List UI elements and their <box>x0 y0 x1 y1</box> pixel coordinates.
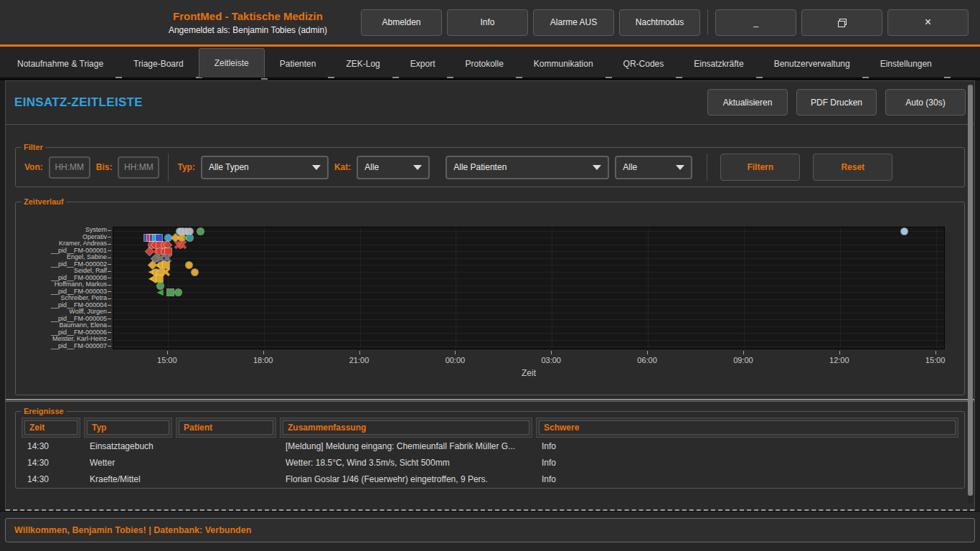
status-bar: Willkommen, Benjamin Tobies! | Datenbank… <box>0 511 980 551</box>
event-row[interactable]: 14:30Kraefte/MittelFlorian Goslar 1/46 (… <box>22 471 958 487</box>
filter-separator <box>168 154 169 181</box>
x-axis-tick-label: 21:00 <box>349 356 369 364</box>
chevron-down-icon <box>676 165 684 170</box>
y-axis-tick <box>108 298 111 299</box>
event-cell-typ: Kraefte/Mittel <box>84 474 172 484</box>
severity-select[interactable]: Alle <box>615 156 692 179</box>
gridline-horizontal <box>113 258 944 259</box>
category-label: Kat: <box>334 162 351 172</box>
splitter-line <box>6 399 974 400</box>
y-axis-label: Hoffmann, Markus <box>22 281 107 288</box>
column-header-patient[interactable]: Patient <box>176 418 276 438</box>
tab-qr-codes[interactable]: QR-Codes <box>608 52 679 76</box>
tab-export[interactable]: Export <box>395 52 451 76</box>
main-panel: EINSATZ-ZEITLEISTE Aktualisieren PDF Dru… <box>5 80 975 511</box>
category-select[interactable]: Alle <box>357 156 430 179</box>
x-axis-tick-label: 15:00 <box>157 356 177 364</box>
gridline-horizontal <box>113 299 944 300</box>
x-axis-tick-label: 09:00 <box>733 356 753 364</box>
scrollbar-thumb[interactable] <box>968 85 973 496</box>
filter-reset-button[interactable]: Reset <box>813 154 892 181</box>
tab-einsatzkr-fte[interactable]: Einsatzkräfte <box>679 52 758 76</box>
x-axis-tick <box>455 351 456 354</box>
from-label: Von: <box>24 162 43 172</box>
patient-select[interactable]: Alle Patienten <box>446 156 609 179</box>
event-cell-zeit: 14:30 <box>22 458 80 468</box>
tab-notaufnahme-triage[interactable]: Notaufnahme & Triage <box>2 52 118 76</box>
maximize-button[interactable] <box>801 9 882 36</box>
data-point-circle <box>175 289 182 296</box>
gridline-vertical <box>456 227 456 349</box>
y-axis-label: Meister, Karl-Heinz <box>22 336 107 342</box>
window-controls-separator <box>707 9 708 35</box>
event-cell-zusammenfassung: Florian Goslar 1/46 (Feuerwehr) eingetro… <box>280 474 532 484</box>
auto-refresh-button[interactable]: Auto (30s) <box>885 89 966 116</box>
column-header-label: Schwere <box>539 420 956 435</box>
gridline-horizontal <box>113 306 944 306</box>
alarms-off-button[interactable]: Alarme AUS <box>533 9 614 36</box>
y-axis-tick <box>108 305 111 306</box>
column-header-label: Zusammenfassung <box>283 420 529 435</box>
vertical-scrollbar[interactable] <box>968 84 973 504</box>
timeline-group: Zeitverlauf SystemOperativKramer, Andrea… <box>15 197 965 395</box>
event-cell-zeit: 14:30 <box>22 474 80 484</box>
column-header-label: Typ <box>87 420 169 435</box>
status-box: Willkommen, Benjamin Tobies! | Datenbank… <box>5 518 975 542</box>
info-button[interactable]: Info <box>447 9 528 36</box>
y-axis-label: Wolff, Jürgen <box>22 309 107 315</box>
gridline-horizontal <box>113 286 944 286</box>
splitter-handle[interactable] <box>6 397 974 402</box>
gridline-horizontal <box>113 313 944 314</box>
filter-separator <box>707 154 707 181</box>
data-point-x <box>163 269 169 276</box>
tab-kommunikation[interactable]: Kommunikation <box>519 52 608 76</box>
close-button[interactable]: × <box>887 9 969 36</box>
page-title: EINSATZ-ZEITLEISTE <box>14 95 143 110</box>
column-header-typ[interactable]: Typ <box>84 418 172 438</box>
column-header-zusammenfassung[interactable]: Zusammenfassung <box>280 418 532 438</box>
y-axis-tick <box>108 244 111 245</box>
column-header-schwere[interactable]: Schwere <box>536 418 958 438</box>
event-row[interactable]: 14:30WetterWetter: 18.5°C, Wind 3.5m/s, … <box>22 454 958 471</box>
y-axis-tick <box>108 346 111 347</box>
page-actions: Aktualisieren PDF Drucken Auto (30s) <box>707 89 966 116</box>
event-row[interactable]: 14:30Einsatztagebuch[Meldung] Meldung ei… <box>22 438 958 454</box>
refresh-button[interactable]: Aktualisieren <box>707 89 788 116</box>
tab-zeitleiste[interactable]: Zeitleiste <box>199 48 265 77</box>
severity-select-value: Alle <box>623 162 637 172</box>
logout-button[interactable]: Abmelden <box>361 9 442 36</box>
chevron-down-icon <box>413 165 422 170</box>
to-time-input[interactable] <box>118 156 159 179</box>
event-cell-zeit: 14:30 <box>22 441 80 451</box>
x-axis-tick <box>647 351 648 354</box>
event-cell-typ: Wetter <box>84 458 172 468</box>
data-point-circle <box>186 262 192 268</box>
category-select-value: Alle <box>364 162 379 172</box>
y-axis-label: __pid__FM-000007 <box>22 343 107 349</box>
gridline-horizontal <box>113 231 944 232</box>
night-mode-button[interactable]: Nachtmodus <box>619 9 700 36</box>
data-point-tri <box>157 289 164 296</box>
pdf-print-button[interactable]: PDF Drucken <box>796 89 877 116</box>
tab-benutzerverwaltung[interactable]: Benutzerverwaltung <box>759 52 865 76</box>
minimize-icon: _ <box>753 17 758 27</box>
minimize-button[interactable]: _ <box>715 9 796 36</box>
filter-apply-button[interactable]: Filtern <box>720 154 800 181</box>
y-axis-tick <box>108 264 111 265</box>
tab-einstellungen[interactable]: Einstellungen <box>865 52 947 76</box>
column-header-zeit[interactable]: Zeit <box>22 418 80 438</box>
gridline-horizontal <box>113 237 944 238</box>
plot-area <box>113 227 945 349</box>
page-head: EINSATZ-ZEITLEISTE Aktualisieren PDF Dru… <box>6 81 974 119</box>
tab-protokolle[interactable]: Protokolle <box>450 52 518 76</box>
x-axis-tick <box>551 351 552 354</box>
events-table-body: 14:30Einsatztagebuch[Meldung] Meldung ei… <box>22 438 958 487</box>
type-select[interactable]: Alle Typen <box>201 156 329 179</box>
tab-patienten[interactable]: Patienten <box>265 52 331 76</box>
tab-zek-log[interactable]: ZEK-Log <box>331 52 395 76</box>
status-text: Willkommen, Benjamin Tobies! | Datenbank… <box>14 525 251 535</box>
x-axis-tick <box>359 351 360 354</box>
tab-triage-board[interactable]: Triage-Board <box>118 52 199 76</box>
y-axis-label: Baumann, Elena <box>22 322 107 329</box>
from-time-input[interactable] <box>49 156 90 179</box>
